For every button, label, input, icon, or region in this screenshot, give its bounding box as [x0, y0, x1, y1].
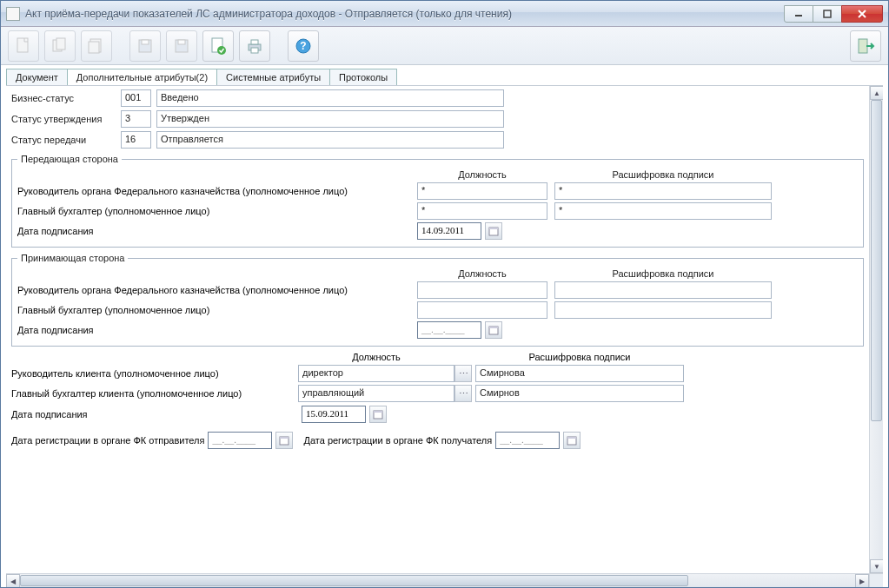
page-icon: [15, 36, 32, 56]
toolbar: ?: [1, 27, 888, 65]
client-sign-date[interactable]: 15.09.2011: [302, 406, 366, 423]
svg-rect-3: [56, 38, 65, 50]
business-status-label: Бизнес-статус: [11, 93, 116, 103]
scroll-right-button[interactable]: ▶: [855, 574, 869, 587]
client-accountant-signature[interactable]: Смирнов: [475, 385, 684, 402]
toolbar-new-button[interactable]: [8, 30, 39, 62]
reg-receiver-date[interactable]: __.__.____: [495, 432, 560, 449]
client-head-signature[interactable]: Смирнова: [475, 365, 684, 382]
window-title: Акт приёма-передачи показателей ЛС админ…: [25, 8, 785, 20]
vertical-scrollbar[interactable]: ▲ ▼: [869, 86, 883, 573]
toolbar-print-button[interactable]: [239, 30, 270, 62]
horizontal-scrollbar[interactable]: ◀ ▶: [6, 573, 869, 587]
minimize-icon: [794, 10, 803, 18]
scroll-corner: [869, 573, 883, 587]
svg-rect-27: [567, 437, 576, 439]
transfer-status-text[interactable]: Отправляется: [156, 131, 504, 149]
client-accountant-position[interactable]: управляющий: [298, 385, 454, 402]
close-button[interactable]: [841, 5, 883, 23]
reg-receiver-date-picker[interactable]: [563, 432, 581, 449]
receiver-head-position[interactable]: [417, 281, 547, 299]
business-status-code[interactable]: 001: [121, 89, 151, 107]
receiver-head-signature[interactable]: [554, 281, 772, 299]
save-icon: [136, 37, 154, 55]
sender-accountant-signature[interactable]: *: [554, 202, 772, 220]
sender-head-position[interactable]: *: [417, 182, 547, 200]
client-sign-date-label: Дата подписания: [11, 409, 298, 420]
exit-icon: [856, 36, 875, 56]
client-accountant-label: Главный бухгалтер клиента (уполномоченно…: [11, 388, 298, 399]
business-status-text[interactable]: Введено: [156, 89, 504, 107]
svg-rect-17: [859, 39, 867, 53]
business-status-row: Бизнес-статус 001 Введено: [11, 89, 864, 107]
toolbar-copy-button[interactable]: [44, 30, 76, 62]
receiver-sign-date-label: Дата подписания: [17, 325, 417, 335]
sender-head-label: Руководитель органа Федерального казначе…: [17, 186, 417, 196]
horizontal-scroll-thumb[interactable]: [20, 575, 688, 586]
calendar-icon: [488, 325, 499, 335]
receiver-accountant-label: Главный бухгалтер (уполномоченное лицо): [17, 305, 417, 315]
reg-sender-date-picker[interactable]: [275, 432, 293, 449]
save-close-icon: [173, 37, 190, 55]
sender-group: Передающая сторона Должность Расшифровка…: [11, 154, 864, 248]
svg-rect-21: [489, 327, 498, 328]
vertical-scroll-thumb[interactable]: [871, 100, 882, 421]
sender-sign-date[interactable]: 14.09.2011: [417, 222, 481, 240]
sender-sign-date-picker[interactable]: [485, 222, 502, 240]
transfer-status-label: Статус передачи: [11, 135, 116, 145]
client-head-position[interactable]: директор: [298, 365, 454, 382]
signature-header-3: Расшифровка подписи: [475, 352, 684, 362]
minimize-button[interactable]: [784, 5, 813, 23]
svg-rect-19: [489, 228, 498, 229]
toolbar-template-button[interactable]: [81, 30, 112, 62]
reg-sender-date[interactable]: __.__.____: [208, 432, 272, 449]
sender-sign-date-label: Дата подписания: [17, 226, 417, 236]
svg-rect-9: [178, 40, 185, 44]
titlebar: Акт приёма-передачи показателей ЛС админ…: [1, 1, 888, 27]
sender-accountant-position[interactable]: *: [417, 202, 547, 220]
tab-additional-attributes[interactable]: Дополнительные атрибуты(2): [67, 69, 217, 85]
receiver-accountant-position[interactable]: [417, 301, 547, 319]
client-head-lookup-button[interactable]: ⋯: [454, 365, 472, 382]
calendar-icon: [488, 226, 499, 236]
template-icon: [87, 36, 106, 56]
toolbar-save-button[interactable]: [129, 30, 161, 62]
scroll-left-button[interactable]: ◀: [6, 574, 20, 587]
svg-rect-1: [17, 38, 28, 52]
receiver-accountant-signature[interactable]: [554, 301, 772, 319]
approval-status-row: Статус утверждения 3 Утвержден: [11, 110, 864, 128]
client-sign-date-row: Дата подписания 15.09.2011: [11, 406, 864, 423]
toolbar-help-button[interactable]: ?: [288, 30, 319, 62]
receiver-sign-date-picker[interactable]: [485, 321, 502, 339]
signature-header-2: Расшифровка подписи: [554, 268, 772, 279]
tab-strip: Документ Дополнительные атрибуты(2) Сист…: [1, 65, 888, 85]
sender-legend: Передающая сторона: [17, 154, 122, 164]
maximize-button[interactable]: [813, 5, 842, 23]
toolbar-save-close-button[interactable]: [166, 30, 197, 62]
calendar-icon: [279, 435, 289, 446]
toolbar-check-button[interactable]: [202, 30, 234, 62]
receiver-legend: Принимающая сторона: [17, 253, 128, 263]
svg-rect-23: [374, 411, 382, 413]
transfer-status-code[interactable]: 16: [121, 131, 151, 149]
scroll-up-button[interactable]: ▲: [870, 86, 883, 100]
tab-system-attributes[interactable]: Системные атрибуты: [216, 69, 330, 85]
tab-protocols[interactable]: Протоколы: [329, 69, 397, 85]
toolbar-exit-button[interactable]: [850, 30, 881, 62]
sender-accountant-label: Главный бухгалтер (уполномоченное лицо): [17, 206, 417, 216]
client-sign-date-picker[interactable]: [369, 406, 387, 423]
sender-head-signature[interactable]: *: [554, 182, 772, 200]
client-accountant-lookup-button[interactable]: ⋯: [454, 385, 472, 402]
position-header-2: Должность: [417, 268, 547, 279]
approval-status-code[interactable]: 3: [121, 110, 151, 128]
scroll-down-button[interactable]: ▼: [870, 559, 883, 573]
approval-status-text[interactable]: Утвержден: [156, 110, 504, 128]
svg-point-11: [217, 46, 226, 55]
transfer-status-row: Статус передачи 16 Отправляется: [11, 131, 864, 149]
calendar-icon: [373, 409, 383, 420]
receiver-sign-date[interactable]: __.__.____: [417, 321, 481, 339]
position-header: Должность: [417, 169, 547, 180]
tab-document[interactable]: Документ: [6, 69, 68, 85]
approval-status-label: Статус утверждения: [11, 114, 116, 124]
position-header-3: Должность: [298, 352, 454, 362]
